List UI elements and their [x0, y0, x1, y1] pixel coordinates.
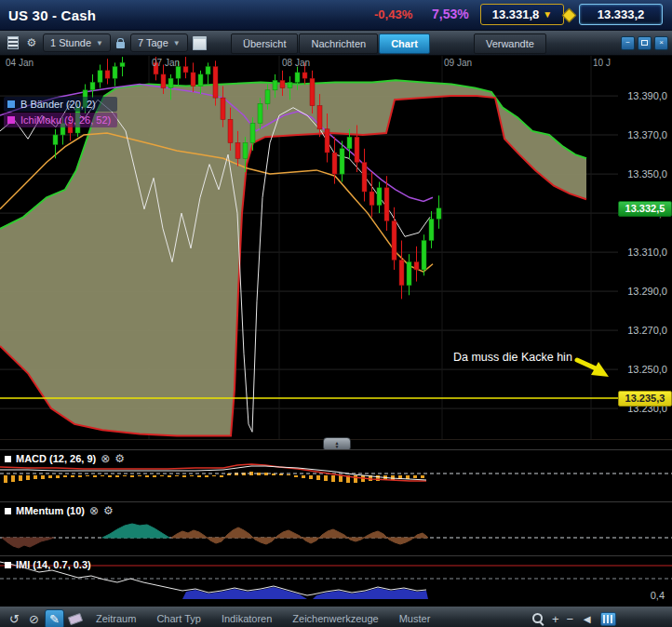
tab-verwandte[interactable]: Verwandte	[474, 33, 546, 54]
candle	[206, 67, 210, 74]
pan-left-icon[interactable]: ◄	[581, 613, 593, 625]
candle	[243, 143, 248, 159]
candle	[228, 119, 233, 142]
eraser-icon	[67, 612, 82, 624]
momentum-header: MMentum (10) ⊗ ⚙	[5, 505, 114, 516]
chart-toolbar: ⚙ 1 Stunde ▼ 7 Tage ▼ ÜbersichtNachricht…	[0, 31, 672, 56]
candle	[325, 129, 329, 153]
main-chart-area: B Bänder (20, 2)IchiMoku (9, 26, 52) Da …	[0, 56, 672, 439]
button-zeichenwerkzeuge[interactable]: Zeichenwerkzeuge	[282, 609, 388, 627]
indicator-settings-icon[interactable]: ⚙	[103, 505, 114, 516]
candle	[235, 143, 240, 159]
change-percent-red: -0,43%	[374, 7, 412, 21]
ask-price: 13.333,2	[598, 7, 645, 21]
macd-panel: MACD (12, 26, 9) ⊗ ⚙	[0, 449, 672, 501]
price-axis-label: 13.290,0	[627, 286, 667, 297]
tab--bersicht[interactable]: Übersicht	[231, 33, 298, 54]
zoom-out-icon[interactable]: −	[567, 613, 574, 625]
candle	[399, 260, 404, 286]
draw-button[interactable]: ✎	[45, 609, 64, 627]
price-axis-label: 13.390,0	[627, 90, 667, 101]
macd-title: MACD (12, 26, 9)	[16, 453, 96, 464]
candle	[221, 98, 225, 119]
date-label: 10 J	[593, 58, 611, 68]
legend-label: B Bänder (20, 2)	[20, 99, 96, 110]
zoom-in-icon[interactable]: +	[552, 613, 559, 625]
interval-dropdown[interactable]: 1 Stunde ▼	[43, 33, 111, 52]
ask-price-button[interactable]: 13.333,2	[579, 4, 663, 25]
button-muster[interactable]: Muster	[389, 609, 441, 627]
annotation-arrow[interactable]	[577, 360, 598, 369]
date-label: 07 Jan	[152, 58, 180, 68]
candle	[392, 221, 396, 260]
button-chart-typ[interactable]: Chart Typ	[146, 609, 211, 627]
candle	[120, 62, 125, 66]
candle	[355, 137, 359, 162]
range-label: 7 Tage	[138, 37, 168, 48]
interval-label: 1 Stunde	[50, 37, 91, 48]
maximize-button[interactable]	[638, 36, 652, 50]
price-down-arrow-icon: ▼	[543, 10, 552, 20]
imi-canvas[interactable]	[0, 556, 672, 607]
candle	[191, 73, 195, 87]
imi-title: IMI (14, 0.7, 0.3)	[16, 559, 91, 570]
button-zeitraum[interactable]: Zeitraum	[86, 609, 146, 627]
panel-bullet-icon	[5, 562, 11, 568]
bid-price: 13.331,8	[492, 7, 540, 21]
date-label: 08 Jan	[282, 58, 310, 68]
view-tabs: ÜbersichtNachrichtenChartVerwandte	[231, 33, 547, 52]
close-indicator-icon[interactable]: ⊗	[101, 453, 110, 464]
tab-chart[interactable]: Chart	[379, 33, 430, 54]
calendar-icon[interactable]	[193, 36, 207, 50]
candle	[384, 188, 389, 221]
minimize-button[interactable]: −	[621, 36, 635, 50]
legend-color-icon	[7, 116, 15, 124]
tab-nachrichten[interactable]: Nachrichten	[299, 33, 378, 54]
disable-drawing-button[interactable]: ⊘	[25, 610, 43, 627]
button-indikatoren[interactable]: Indikatoren	[211, 609, 282, 627]
lock-icon[interactable]	[116, 42, 125, 48]
candle	[198, 74, 203, 87]
reset-zoom-button[interactable]: ↺	[6, 610, 23, 627]
rotate-icon: ↺	[9, 612, 20, 626]
eraser-button[interactable]	[66, 610, 84, 627]
candle	[273, 80, 277, 90]
panel-bullet-icon	[5, 456, 11, 462]
price-axis-label: 13.370,0	[627, 129, 667, 140]
legend-item[interactable]: B Bänder (20, 2)	[4, 97, 117, 112]
legend-item[interactable]: IchiMoku (9, 26, 52)	[4, 113, 117, 127]
price-axis-label: 13.310,0	[627, 247, 667, 258]
candle	[258, 104, 262, 124]
gear-icon: ⚙	[27, 36, 37, 49]
settings-button[interactable]: ⚙	[23, 34, 40, 51]
magnifier-icon[interactable]	[532, 613, 544, 625]
candle	[332, 153, 337, 174]
imi-header: IMI (14, 0.7, 0.3)	[5, 559, 91, 570]
detach-window-button[interactable]	[5, 34, 21, 51]
window-controls: − ×	[621, 36, 668, 50]
instrument-title: US 30 - Cash	[8, 7, 96, 23]
momentum-panel: MMentum (10) ⊗ ⚙	[0, 501, 672, 555]
indicator-settings-icon[interactable]: ⚙	[114, 453, 125, 464]
change-percent-purple: 7,53%	[432, 7, 469, 21]
candle	[362, 163, 367, 193]
data-grid-icon[interactable]	[600, 612, 616, 626]
close-button[interactable]: ×	[654, 36, 668, 50]
range-dropdown[interactable]: 7 Tage ▼	[130, 33, 188, 52]
candle	[317, 106, 322, 129]
price-axis-label: 13.250,0	[627, 364, 667, 375]
legend-label: IchiMoku (9, 26, 52)	[20, 114, 111, 126]
current-price-tag: 13.332,5	[618, 201, 672, 217]
candle	[113, 67, 117, 79]
candle	[429, 219, 434, 240]
chevron-down-icon: ▼	[96, 39, 103, 47]
candle	[302, 73, 307, 78]
candle	[161, 74, 166, 88]
chart-annotation-text[interactable]: Da muss die Kacke hin	[453, 351, 572, 364]
close-indicator-icon[interactable]: ⊗	[89, 505, 99, 516]
bid-price-button[interactable]: 13.331,8 ▼	[480, 4, 564, 25]
indicator-legend: B Bänder (20, 2)IchiMoku (9, 26, 52)	[4, 97, 117, 128]
momentum-title: MMentum (10)	[16, 505, 85, 516]
candle	[98, 71, 102, 83]
quote-link-icon	[562, 8, 577, 23]
